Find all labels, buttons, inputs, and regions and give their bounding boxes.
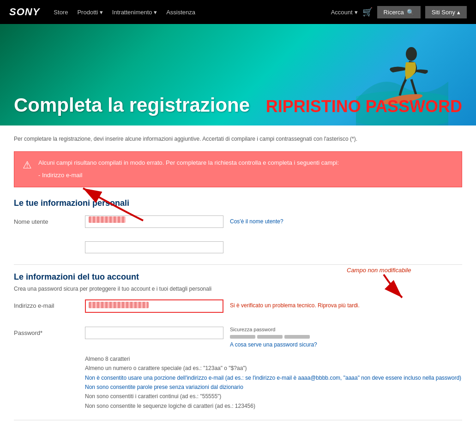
email-input-wrapper bbox=[85, 299, 223, 320]
nav-prodotti[interactable]: Prodotti ▾ bbox=[77, 9, 102, 16]
rule-3: Non sono consentite parole prese senza v… bbox=[85, 382, 462, 392]
email-error-message: Si è verificato un problema tecnico. Rip… bbox=[230, 299, 360, 309]
email-input[interactable] bbox=[85, 299, 223, 313]
navbar: SONY Store Prodotti ▾ Intrattenimento ▾ … bbox=[0, 0, 476, 24]
nav-assistenza[interactable]: Assistenza bbox=[166, 9, 195, 16]
section-divider-2 bbox=[14, 420, 462, 420]
nav-links: Store Prodotti ▾ Intrattenimento ▾ Assis… bbox=[54, 9, 331, 16]
ripristino-label: RIPRISTINO PASSWORD bbox=[266, 97, 462, 116]
siti-sony-label: Siti Sony bbox=[432, 9, 455, 16]
rule-5: Non sono consentite le sequenze logiche … bbox=[85, 401, 462, 411]
search-label: Ricerca bbox=[384, 9, 404, 16]
svg-text:Campo non modificabile: Campo non modificabile bbox=[347, 267, 411, 274]
email-label: Indirizzo e-mail bbox=[14, 299, 78, 309]
rule-2: Non è consentito usare una porzione dell… bbox=[85, 373, 462, 382]
rule-4: Non sono consentiti i caratteri continui… bbox=[85, 392, 462, 401]
strength-bar-3 bbox=[284, 335, 310, 339]
cart-icon[interactable]: 🛒 bbox=[362, 7, 373, 17]
svg-point-1 bbox=[406, 47, 417, 61]
hero-title: Completa la registrazione bbox=[14, 94, 250, 116]
chevron-down-icon: ▾ bbox=[355, 9, 358, 16]
rule-1: Almeno un numero o carattere speciale (a… bbox=[85, 364, 462, 373]
rule-0: Almeno 8 caratteri bbox=[85, 354, 462, 364]
page-subtitle: Per completare la registrazione, devi in… bbox=[14, 135, 462, 143]
warning-icon: ⚠ bbox=[23, 159, 32, 171]
account-section-wrapper: Campo non modificabile Le informazioni d… bbox=[14, 272, 462, 411]
nav-right: Account ▾ 🛒 Ricerca 🔍 Siti Sony ▴ bbox=[331, 6, 467, 18]
password-rules: Almeno 8 caratteri Almeno un numero o ca… bbox=[85, 354, 462, 411]
strength-bar-2 bbox=[257, 335, 283, 339]
nome-utente-helper[interactable]: Cos'è il nome utente? bbox=[230, 215, 283, 225]
password-row: Password* Sicurezza password A cosa serv… bbox=[14, 327, 462, 348]
error-message: Alcuni campi risultano compilati in modo… bbox=[38, 158, 339, 168]
siti-sony-button[interactable]: Siti Sony ▴ bbox=[425, 6, 467, 18]
strength-label: Sicurezza password bbox=[230, 327, 317, 332]
sony-logo[interactable]: SONY bbox=[9, 6, 40, 18]
password-help-link[interactable]: A cosa serve una password sicura? bbox=[230, 341, 317, 348]
chevron-up-icon: ▴ bbox=[457, 9, 460, 16]
account-menu[interactable]: Account ▾ bbox=[331, 9, 358, 16]
main-content: Per completare la registrazione, devi in… bbox=[0, 125, 476, 446]
nav-store[interactable]: Store bbox=[54, 9, 68, 16]
error-content: Alcuni campi risultano compilati in modo… bbox=[38, 158, 339, 180]
search-icon: 🔍 bbox=[407, 9, 414, 16]
username-second-input[interactable] bbox=[85, 241, 223, 253]
nav-intrattenimento[interactable]: Intrattenimento ▾ bbox=[112, 9, 157, 16]
account-label: Account bbox=[331, 9, 353, 16]
strength-bars bbox=[230, 335, 317, 339]
hero-banner: Completa la registrazione RIPRISTINO PAS… bbox=[0, 24, 476, 125]
password-label: Password* bbox=[14, 327, 78, 336]
search-button[interactable]: Ricerca 🔍 bbox=[377, 6, 421, 18]
campo-arrow-annotation: Campo non modificabile bbox=[347, 263, 448, 305]
error-arrow-annotation bbox=[60, 179, 152, 225]
password-strength-area: Sicurezza password A cosa serve una pass… bbox=[230, 327, 317, 348]
password-input[interactable] bbox=[85, 327, 223, 339]
strength-bar-1 bbox=[230, 335, 255, 339]
